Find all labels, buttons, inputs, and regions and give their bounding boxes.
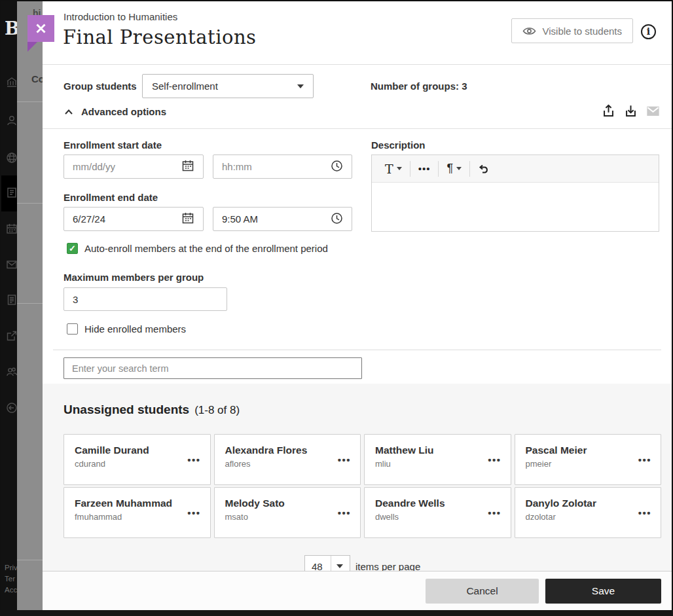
email-icon (646, 104, 660, 118)
undo-button[interactable] (470, 161, 498, 177)
hide-members-checkbox-row[interactable]: Hide enrolled members (67, 323, 186, 335)
description-label: Description (371, 139, 426, 151)
student-card[interactable]: Camille Durand cdurand ••• (64, 434, 211, 485)
groups-icon (6, 366, 17, 378)
student-card[interactable]: Danylo Zolotar dzolotar ••• (515, 487, 662, 538)
description-editor: T ••• ¶ (371, 154, 659, 232)
group-method-value: Self-enrollment (152, 81, 218, 92)
card-menu-button[interactable]: ••• (187, 507, 200, 518)
privacy-link[interactable]: Priv (5, 562, 17, 573)
sidebar-item-messages[interactable] (1, 247, 17, 283)
advanced-options-toggle[interactable]: Advanced options (64, 106, 166, 117)
checkbox-unchecked-icon[interactable] (67, 323, 78, 335)
info-icon[interactable]: i (641, 24, 656, 39)
export-groups-button[interactable] (602, 104, 615, 118)
text-style-button[interactable]: T (377, 161, 410, 177)
sidebar-item-share[interactable] (1, 319, 17, 355)
items-per-page-select[interactable]: 48 (304, 555, 350, 571)
sidebar-item-globe[interactable] (1, 141, 17, 177)
student-name: Danylo Zolotar (526, 498, 651, 509)
end-time-value: 9:50 AM (222, 213, 258, 225)
import-groups-button[interactable] (624, 104, 638, 118)
start-time-field[interactable]: hh:mm (213, 154, 352, 179)
students-count: (1-8 of 8) (194, 404, 240, 416)
card-menu-button[interactable]: ••• (187, 454, 200, 465)
auto-enroll-checkbox-row[interactable]: ✓ Auto-enroll members at the end of the … (67, 243, 328, 254)
group-method-select[interactable]: Self-enrollment (142, 74, 314, 98)
card-menu-button[interactable]: ••• (338, 507, 351, 518)
start-date-placeholder: mm/dd/yy (73, 161, 115, 172)
close-icon (35, 23, 46, 34)
dimmed-page-overlay: hi Co (17, 1, 43, 610)
card-menu-button[interactable]: ••• (338, 454, 351, 465)
profile-icon (6, 115, 17, 126)
share-icon (6, 330, 17, 342)
advanced-options-label: Advanced options (81, 106, 166, 117)
save-button[interactable]: Save (545, 579, 661, 604)
terms-link[interactable]: Ter (5, 573, 17, 585)
gradebook-icon (6, 294, 17, 306)
start-date-field[interactable]: mm/dd/yy (64, 154, 204, 179)
student-username: msato (225, 512, 350, 522)
brand-logo: B (5, 18, 17, 39)
student-card[interactable]: Melody Sato msato ••• (214, 487, 361, 538)
sidebar-item-gradebook[interactable] (1, 283, 17, 319)
email-group-button[interactable] (646, 104, 660, 118)
student-card[interactable]: Alexandra Flores aflores ••• (214, 434, 361, 485)
close-panel-button[interactable] (27, 15, 54, 42)
student-card[interactable]: Pascal Meier pmeier ••• (515, 434, 662, 485)
student-username: aflores (225, 459, 350, 469)
student-username: mliu (375, 459, 500, 469)
student-username: dzolotar (526, 512, 651, 522)
background-text-fragment: Co (31, 73, 43, 84)
ellipsis-icon: ••• (418, 163, 431, 174)
sidebar-item-profile[interactable] (1, 103, 17, 139)
max-members-field[interactable]: 3 (64, 287, 227, 311)
chevron-down-icon (336, 564, 343, 568)
max-members-label: Maximum members per group (64, 272, 204, 283)
page-title: Final Presentations (63, 26, 257, 48)
enrollment-start-label: Enrollment start date (64, 139, 162, 151)
student-card[interactable]: Matthew Liu mliu ••• (364, 434, 511, 485)
sidebar-item-content[interactable] (1, 175, 17, 211)
end-date-field[interactable]: 6/27/24 (64, 207, 204, 231)
card-menu-button[interactable]: ••• (488, 507, 501, 518)
sidebar-item-institution[interactable] (1, 65, 17, 101)
chevron-up-icon (64, 109, 73, 115)
card-menu-button[interactable]: ••• (638, 507, 651, 518)
sidebar-item-signout[interactable] (1, 391, 17, 427)
student-name: Deandre Wells (375, 498, 500, 509)
chevron-down-icon (397, 167, 402, 170)
cancel-button[interactable]: Cancel (426, 579, 539, 604)
visibility-label: Visible to students (543, 26, 622, 37)
visibility-button[interactable]: Visible to students (511, 18, 633, 43)
accessibility-link[interactable]: Acc (5, 585, 17, 596)
paragraph-style-button[interactable]: ¶ (439, 161, 469, 177)
calendar-icon[interactable] (181, 211, 194, 226)
course-name: Introduction to Humanities (64, 11, 177, 22)
student-username: pmeier (526, 459, 651, 469)
student-card[interactable]: Farzeen Muhammad fmuhammad ••• (64, 487, 211, 538)
sidebar-item-calendar[interactable] (1, 211, 17, 247)
eye-icon (522, 26, 536, 36)
number-of-groups: Number of groups: 3 (371, 81, 467, 92)
checkbox-checked-icon[interactable]: ✓ (67, 243, 78, 254)
student-name: Matthew Liu (375, 444, 500, 456)
search-placeholder: Enter your search term (72, 363, 168, 374)
clock-icon[interactable] (331, 212, 343, 226)
search-input[interactable]: Enter your search term (64, 357, 362, 379)
calendar-icon (6, 223, 17, 234)
import-icon (624, 104, 638, 118)
card-menu-button[interactable]: ••• (488, 454, 501, 465)
panel-footer: Cancel Save (43, 571, 672, 610)
more-tools-button[interactable]: ••• (410, 161, 439, 177)
calendar-icon[interactable] (181, 159, 194, 174)
unassigned-students-section: Unassigned students(1-8 of 8) Camille Du… (43, 384, 672, 571)
sidebar-item-groups[interactable] (1, 355, 17, 391)
end-time-field[interactable]: 9:50 AM (213, 207, 352, 231)
clock-icon[interactable] (331, 160, 343, 174)
card-menu-button[interactable]: ••• (638, 454, 651, 465)
description-textarea[interactable] (372, 183, 659, 232)
student-card[interactable]: Deandre Wells dwells ••• (364, 487, 511, 538)
start-time-placeholder: hh:mm (222, 161, 252, 172)
